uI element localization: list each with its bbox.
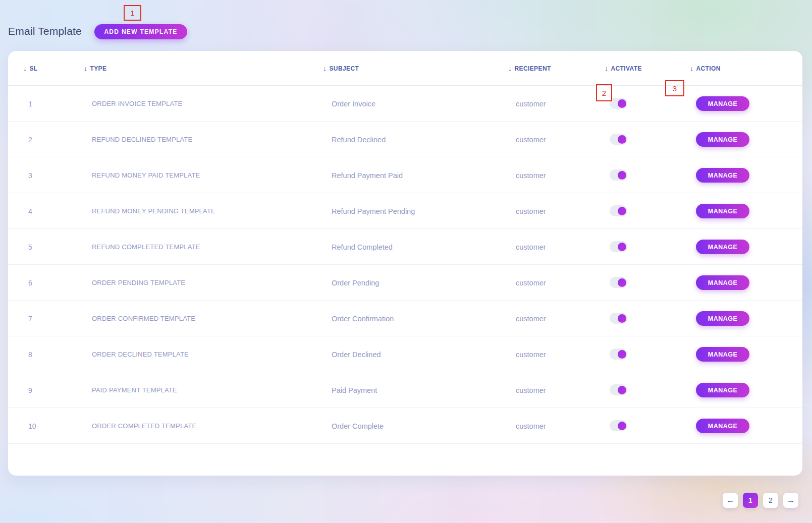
row-subject: Order Declined [332, 336, 381, 372]
column-header-recipient[interactable]: ↓ RECIEPENT [508, 51, 551, 86]
row-recipient: customer [516, 372, 546, 408]
activate-toggle[interactable] [610, 98, 627, 109]
row-recipient: customer [516, 193, 546, 229]
page-title: Email Template [8, 25, 82, 37]
pagination: ← 12 → [723, 493, 798, 508]
pagination-next-icon[interactable]: → [783, 493, 798, 508]
row-sl: 6 [28, 265, 32, 301]
toggle-knob [618, 386, 626, 394]
activate-toggle[interactable] [610, 313, 627, 324]
row-type: REFUND COMPLETED TEMPLATE [92, 229, 200, 265]
manage-button[interactable]: MANAGE [696, 347, 749, 362]
column-header-type[interactable]: ↓ TYPE [84, 51, 106, 86]
pagination-page-1[interactable]: 1 [743, 493, 758, 508]
row-type: ORDER INVOICE TEMPLATE [92, 86, 182, 122]
column-header-label: SUBJECT [329, 65, 359, 72]
annotation-box-2: 2 [596, 84, 612, 101]
row-recipient: customer [516, 86, 546, 122]
row-sl: 10 [28, 408, 36, 444]
row-sl: 9 [28, 372, 32, 408]
row-type: REFUND DECLINED TEMPLATE [92, 122, 192, 157]
email-template-page: Email Template ADD NEW TEMPLATE 1 2 3 ↓ … [0, 0, 812, 523]
column-header-label: TYPE [90, 65, 106, 72]
manage-button[interactable]: MANAGE [696, 311, 749, 326]
column-header-label: ACTIVATE [611, 65, 641, 72]
column-header-activate[interactable]: ↓ ACTIVATE [605, 51, 642, 86]
row-subject: Order Complete [332, 408, 384, 444]
table-row: 6 ORDER PENDING TEMPLATE Order Pending c… [8, 265, 802, 301]
activate-toggle[interactable] [610, 348, 627, 360]
manage-button[interactable]: MANAGE [696, 204, 749, 218]
pagination-page-2[interactable]: 2 [763, 493, 778, 508]
manage-button[interactable]: MANAGE [696, 383, 749, 397]
table-row: 9 PAID PAYMENT TEMPLATE Paid Payment cus… [8, 372, 802, 408]
row-type: REFUND MONEY PENDING TEMPLATE [92, 193, 215, 229]
row-sl: 2 [28, 122, 32, 157]
manage-button[interactable]: MANAGE [696, 96, 749, 111]
sort-down-icon: ↓ [84, 65, 87, 73]
toggle-knob [618, 314, 626, 323]
manage-button[interactable]: MANAGE [696, 132, 749, 147]
activate-toggle[interactable] [610, 384, 627, 395]
table-row: 7 ORDER CONFIRMED TEMPLATE Order Confirm… [8, 301, 802, 336]
column-header-label: ACTION [696, 65, 720, 72]
row-subject: Refund Payment Paid [332, 157, 403, 193]
add-new-template-button[interactable]: ADD NEW TEMPLATE [94, 24, 187, 39]
activate-toggle[interactable] [610, 169, 627, 181]
manage-button[interactable]: MANAGE [696, 419, 749, 433]
manage-button[interactable]: MANAGE [696, 240, 749, 254]
activate-toggle[interactable] [610, 420, 627, 431]
column-header-subject[interactable]: ↓ SUBJECT [323, 51, 359, 86]
row-subject: Order Confirmation [332, 301, 394, 336]
row-sl: 4 [28, 193, 32, 229]
toggle-knob [618, 135, 626, 144]
row-sl: 5 [28, 229, 32, 265]
table-row: 8 ORDER DECLINED TEMPLATE Order Declined… [8, 336, 802, 372]
row-type: ORDER COMPLETED TEMPLATE [92, 408, 196, 444]
row-sl: 8 [28, 336, 32, 372]
row-subject: Refund Declined [332, 122, 386, 157]
row-subject: Refund Completed [332, 229, 393, 265]
sort-down-icon: ↓ [605, 65, 608, 73]
column-header-label: SL [29, 65, 37, 72]
row-type: ORDER DECLINED TEMPLATE [92, 336, 189, 372]
table-row: 10 ORDER COMPLETED TEMPLATE Order Comple… [8, 408, 802, 444]
toggle-knob [618, 99, 626, 108]
manage-button[interactable]: MANAGE [696, 168, 749, 183]
row-type: REFUND MONEY PAID TEMPLATE [92, 157, 200, 193]
activate-toggle[interactable] [610, 241, 627, 252]
row-type: ORDER CONFIRMED TEMPLATE [92, 301, 195, 336]
activate-toggle[interactable] [610, 277, 627, 288]
pagination-prev-icon[interactable]: ← [723, 493, 738, 508]
row-recipient: customer [516, 408, 546, 444]
table-row: 3 REFUND MONEY PAID TEMPLATE Refund Paym… [8, 157, 802, 193]
toggle-knob [618, 171, 626, 180]
column-header-sl[interactable]: ↓ SL [23, 51, 38, 86]
row-type: PAID PAYMENT TEMPLATE [92, 372, 177, 408]
activate-toggle[interactable] [610, 134, 627, 145]
activate-toggle[interactable] [610, 205, 627, 216]
pagination-pages: 12 [743, 493, 778, 508]
row-recipient: customer [516, 122, 546, 157]
row-type: ORDER PENDING TEMPLATE [92, 265, 185, 301]
table-row: 4 REFUND MONEY PENDING TEMPLATE Refund P… [8, 193, 802, 229]
toggle-knob [618, 243, 626, 251]
row-sl: 1 [28, 86, 32, 122]
row-subject: Order Pending [332, 265, 379, 301]
toggle-knob [618, 278, 626, 287]
row-sl: 3 [28, 157, 32, 193]
column-header-label: RECIEPENT [514, 65, 551, 72]
row-recipient: customer [516, 336, 546, 372]
table-body: 1 ORDER INVOICE TEMPLATE Order Invoice c… [8, 86, 802, 444]
table-row: 5 REFUND COMPLETED TEMPLATE Refund Compl… [8, 229, 802, 265]
column-header-action[interactable]: ↓ ACTION [690, 51, 721, 86]
sort-down-icon: ↓ [508, 65, 512, 73]
email-template-table-card: ↓ SL ↓ TYPE ↓ SUBJECT ↓ RECIEPENT ↓ ACTI… [8, 51, 802, 476]
sort-down-icon: ↓ [323, 65, 327, 73]
row-recipient: customer [516, 157, 546, 193]
row-subject: Refund Payment Pending [332, 193, 415, 229]
manage-button[interactable]: MANAGE [696, 275, 749, 290]
toggle-knob [618, 422, 626, 430]
row-subject: Paid Payment [332, 372, 377, 408]
sort-down-icon: ↓ [690, 65, 693, 73]
